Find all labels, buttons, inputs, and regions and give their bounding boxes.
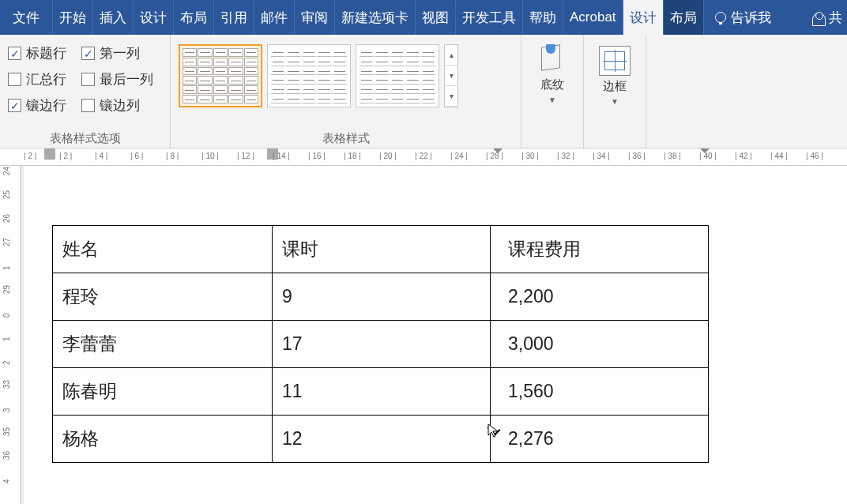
borders-button[interactable]: 边框 ▼ [592, 39, 638, 111]
tab-references[interactable]: 引用 [214, 0, 254, 35]
cell[interactable]: 3,000 [491, 321, 709, 368]
content-table[interactable]: 姓名 课时 课程费用 程玲92,200 李蕾蕾173,000 陈春明111,56… [52, 225, 709, 463]
tab-review[interactable]: 审阅 [295, 0, 335, 35]
tab-file[interactable]: 文件 [0, 0, 53, 35]
group-label-styles: 表格样式 [179, 128, 513, 146]
vertical-ruler[interactable]: 2425262712901233335364 [0, 166, 21, 504]
dropdown-icon: ▼ [548, 96, 556, 104]
ruler-tick: 1 [2, 265, 11, 270]
cell[interactable]: 2,200 [491, 273, 709, 321]
tab-table-design[interactable]: 设计 [623, 0, 664, 35]
ruler-tick: 1 [2, 337, 11, 341]
chk-header-row[interactable]: ✓标题行 [8, 44, 75, 62]
scroll-down-icon: ▾ [445, 66, 457, 86]
chk-banded-row[interactable]: ✓镶边行 [8, 96, 75, 115]
table-style-1[interactable] [179, 44, 262, 107]
ruler-tick: | 34 | [593, 152, 610, 160]
ruler-tick: | 2 | [24, 152, 36, 160]
tab-help[interactable]: 帮助 [523, 0, 563, 35]
ruler-tick: | 36 | [628, 152, 646, 160]
cell[interactable]: 程玲 [53, 273, 273, 321]
ruler-tick: | 18 | [344, 152, 361, 160]
tab-design-doc[interactable]: 设计 [134, 0, 174, 35]
table-style-3[interactable] [356, 44, 439, 107]
ruler-tick: 0 [2, 313, 11, 318]
chk-first-col[interactable]: ✓第一列 [81, 44, 162, 62]
style-gallery-expand[interactable]: ▴▾▾ [444, 44, 458, 107]
ruler-tick: | 24 | [450, 152, 468, 160]
table-row[interactable]: 陈春明111,560 [53, 368, 709, 416]
ruler-tick: 33 [2, 380, 11, 389]
ruler-tick: 24 [2, 167, 11, 175]
ruler-tick: | 6 | [130, 152, 143, 160]
tab-stop-icon[interactable] [44, 149, 55, 160]
cell[interactable]: 12 [273, 416, 491, 463]
tab-view[interactable]: 视图 [416, 0, 456, 35]
table-row[interactable]: 程玲92,200 [53, 273, 709, 321]
expand-icon: ▾ [445, 86, 457, 107]
ruler-tick: | 20 | [379, 152, 397, 160]
ruler-tick: | 10 | [201, 152, 219, 160]
table-style-2[interactable] [267, 44, 351, 107]
chk-banded-col-label: 镶边列 [100, 96, 140, 115]
tab-developer[interactable]: 开发工具 [456, 0, 523, 35]
share-button[interactable]: 共 [807, 0, 847, 35]
table-header-row[interactable]: 姓名 课时 课程费用 [53, 226, 709, 273]
ruler-tick: | 28 | [486, 152, 503, 160]
cell[interactable]: 1,560 [491, 368, 709, 416]
table-row[interactable]: 李蕾蕾173,000 [53, 321, 709, 368]
chk-total-row[interactable]: 汇总行 [8, 70, 75, 88]
ruler-tick: | 8 | [166, 152, 179, 160]
chk-total-row-label: 汇总行 [26, 70, 66, 88]
tab-home[interactable]: 开始 [53, 0, 93, 35]
ruler-tick: | 22 | [415, 152, 432, 160]
chk-header-row-label: 标题行 [26, 44, 66, 62]
cell[interactable]: 李蕾蕾 [53, 321, 273, 368]
cell[interactable]: 9 [273, 273, 491, 321]
tell-me-search[interactable]: 告诉我 [704, 0, 782, 35]
share-label: 共 [829, 9, 842, 27]
borders-icon [599, 46, 631, 76]
cell[interactable]: 陈春明 [53, 368, 273, 416]
document-area: 2425262712901233335364 姓名 课时 课程费用 程玲92,2… [0, 166, 847, 504]
horizontal-ruler[interactable]: | 2 || 2 || 4 || 6 || 8 || 10 || 12 || 1… [0, 149, 847, 166]
ruler-tick: | 30 | [521, 152, 539, 160]
ruler-tick: | 12 | [237, 152, 254, 160]
table-row[interactable]: 杨格122,276 [53, 416, 709, 463]
ruler-tick: 25 [2, 190, 11, 199]
header-name[interactable]: 姓名 [53, 226, 273, 273]
page[interactable]: 姓名 课时 课程费用 程玲92,200 李蕾蕾173,000 陈春明111,56… [24, 166, 847, 504]
chk-banded-col[interactable]: 镶边列 [81, 96, 162, 115]
ruler-tick: | 2 | [59, 152, 72, 160]
person-icon [812, 13, 826, 26]
tell-me-label: 告诉我 [731, 9, 771, 27]
tab-newtab[interactable]: 新建选项卡 [335, 0, 416, 35]
tab-table-layout[interactable]: 布局 [664, 0, 704, 35]
ruler-tick: | 38 | [664, 152, 681, 160]
dropdown-icon: ▼ [611, 97, 619, 106]
ruler-tick: 4 [2, 479, 11, 483]
ruler-tick: 2 [2, 360, 11, 365]
cell[interactable]: 杨格 [53, 416, 273, 463]
header-hours[interactable]: 课时 [273, 226, 491, 273]
tab-acrobat[interactable]: Acrobat [563, 0, 623, 35]
tab-mail[interactable]: 邮件 [254, 0, 295, 35]
tab-insert[interactable]: 插入 [93, 0, 134, 35]
ruler-tick: | 16 | [308, 152, 326, 160]
cell[interactable]: 2,276 [491, 416, 709, 463]
cell[interactable]: 17 [273, 321, 491, 368]
ribbon-tabs: 文件 开始 插入 设计 布局 引用 邮件 审阅 新建选项卡 视图 开发工具 帮助… [0, 0, 847, 35]
chk-first-col-label: 第一列 [100, 44, 140, 62]
ribbon-body: ✓标题行 ✓第一列 汇总行 最后一列 ✓镶边行 镶边列 表格样式选项 ▴▾▾ 表… [0, 35, 847, 149]
scroll-up-icon: ▴ [445, 45, 457, 66]
cell[interactable]: 11 [273, 368, 491, 416]
chk-last-col[interactable]: 最后一列 [81, 70, 162, 88]
ruler-tick: | 40 | [699, 152, 717, 160]
tab-layout-doc[interactable]: 布局 [174, 0, 214, 35]
borders-label: 边框 [603, 79, 627, 94]
header-cost[interactable]: 课程费用 [491, 226, 709, 273]
ruler-tick: | 4 | [95, 152, 107, 160]
lightbulb-icon [715, 12, 726, 23]
shading-button[interactable]: 底纹 ▼ [529, 39, 575, 109]
group-shading: 底纹 ▼ [521, 35, 584, 148]
